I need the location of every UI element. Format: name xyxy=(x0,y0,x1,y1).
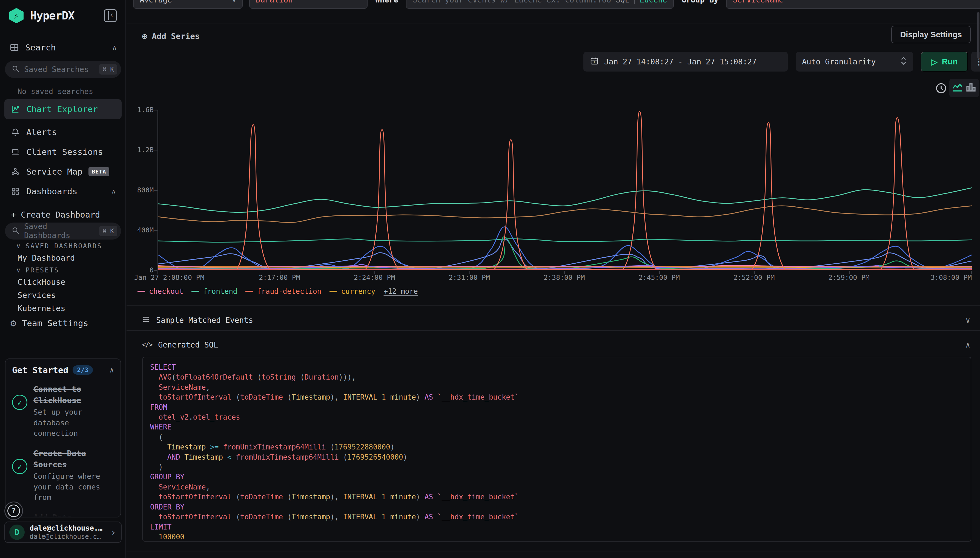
get-started-step[interactable]: ✓Create Data SourcesConfigure where your… xyxy=(5,441,121,505)
scrollbar-thumb[interactable] xyxy=(977,12,980,59)
step-title: Create Data Sources xyxy=(33,448,114,470)
legend-item-frontend[interactable]: frontend xyxy=(191,287,237,295)
time-series-chart[interactable] xyxy=(157,110,971,270)
chevron-updown-icon xyxy=(900,56,907,67)
sidebar-item-label: Alerts xyxy=(26,127,57,137)
generated-sql-code[interactable]: SELECT AVG(toFloat64OrDefault (toString … xyxy=(142,357,971,542)
series-other-blue-light xyxy=(158,239,972,269)
chevron-down-icon: ∨ xyxy=(16,242,21,250)
preset-clickhouse[interactable]: ClickHouse xyxy=(18,277,65,287)
clock-icon[interactable] xyxy=(935,82,947,94)
sidebar-item-label: Service Map xyxy=(26,167,82,177)
granularity-select[interactable]: Auto Granularity xyxy=(796,52,913,72)
saved-searches-input[interactable]: Saved Searches ⌘ K xyxy=(5,61,121,78)
y-axis-tick xyxy=(154,110,157,110)
sidebar-item-chart-explorer[interactable]: Chart Explorer xyxy=(4,99,122,119)
sql-line: Timestamp >= fromUnixTimestamp64Milli (1… xyxy=(150,442,964,452)
code-icon: </> xyxy=(142,341,152,349)
saved-searches-placeholder: Saved Searches xyxy=(24,65,95,74)
group-by-label: Group By xyxy=(681,0,720,9)
y-axis-tick xyxy=(154,230,157,231)
service-map-icon xyxy=(10,167,20,177)
sidebar-item-alerts[interactable]: Alerts xyxy=(4,122,122,142)
check-circle-icon: ✓ xyxy=(12,459,28,474)
chevron-up-icon: ∧ xyxy=(965,340,970,350)
series-other-blue xyxy=(158,227,972,269)
chevron-up-icon[interactable]: ∧ xyxy=(110,366,114,374)
plus-circle-icon: ⊕ xyxy=(142,31,147,42)
sidebar-item-label: Dashboards xyxy=(26,186,77,196)
sql-toggle[interactable]: SQL xyxy=(616,0,630,4)
date-range-picker[interactable]: 1 Jan 27 14:08:27 - Jan 27 15:08:27 xyxy=(583,52,788,72)
add-series-button[interactable]: ⊕ Add Series xyxy=(142,31,200,42)
line-chart-icon[interactable] xyxy=(951,81,963,95)
generated-sql-section[interactable]: </> Generated SQL ∧ xyxy=(142,335,970,354)
divider: | xyxy=(630,0,640,4)
preset-kubernetes[interactable]: Kubernetes xyxy=(18,304,65,313)
search-section-header[interactable]: Search ∧ xyxy=(9,41,117,54)
bar-chart-icon[interactable] xyxy=(965,81,977,95)
sample-matched-events-section[interactable]: Sample Matched Events ∨ xyxy=(142,310,970,330)
hyperdx-logo-icon[interactable]: ⚡ xyxy=(9,8,24,23)
divider xyxy=(126,551,980,551)
sql-line: 100000 xyxy=(150,532,964,542)
main-content: Average ∨ Duration Where Search your eve… xyxy=(126,0,980,558)
aggregation-select[interactable]: Average ∨ xyxy=(133,0,243,9)
saved-dashboards-section-header[interactable]: ∨ SAVED DASHBOARDS xyxy=(16,242,102,250)
user-name: dale@clickhouse.… xyxy=(29,524,102,533)
legend-item-checkout[interactable]: checkout xyxy=(137,287,183,295)
sql-line: AND Timestamp < fromUnixTimestamp64Milli… xyxy=(150,452,964,462)
display-settings-button[interactable]: Display Settings xyxy=(891,26,971,43)
presets-section-header[interactable]: ∨ PRESETS xyxy=(16,266,59,274)
generated-sql-label: Generated SQL xyxy=(158,340,218,350)
user-menu[interactable]: D dale@clickhouse.… dale@clickhouse.c… › xyxy=(4,522,122,543)
x-axis-tick-label: 2:31:00 PM xyxy=(449,274,490,281)
run-button[interactable]: ▷ Run xyxy=(921,52,968,72)
get-started-title: Get Started xyxy=(12,365,68,375)
legend-label: currency xyxy=(341,287,375,295)
legend-item-currency[interactable]: currency xyxy=(329,287,375,295)
sidebar-item-client-sessions[interactable]: Client Sessions xyxy=(4,142,122,162)
get-started-card: Get Started 2/3 ∧ ✓Connect to ClickHouse… xyxy=(5,358,121,517)
step-title: Connect to ClickHouse xyxy=(33,384,114,406)
chart-line-icon xyxy=(10,104,20,114)
preset-services[interactable]: Services xyxy=(18,290,56,300)
shortcut-badge: ⌘ K xyxy=(99,226,117,236)
sql-line: toStartOfInterval (toDateTime (Timestamp… xyxy=(150,512,964,522)
x-axis-tick-label: 2:17:00 PM xyxy=(259,274,300,281)
sql-line: ServiceName, xyxy=(150,382,964,392)
chevron-down-icon: ∨ xyxy=(232,0,236,3)
bell-icon xyxy=(10,127,20,137)
saved-dashboard-my-dashboard[interactable]: My Dashboard xyxy=(18,253,75,263)
lucene-toggle[interactable]: Lucene xyxy=(640,0,667,4)
y-axis-tick xyxy=(154,190,157,191)
team-settings-button[interactable]: ⚙ Team Settings xyxy=(10,317,88,328)
beta-badge: BETA xyxy=(88,167,109,176)
sql-line: toStartOfInterval (toDateTime (Timestamp… xyxy=(150,492,964,502)
chart-type-toggle xyxy=(949,79,979,97)
sidebar-item-dashboards[interactable]: Dashboards∧ xyxy=(4,181,122,201)
field-input[interactable]: Duration xyxy=(249,0,368,9)
search-events-input[interactable]: Search your events w/ Lucene ex: column:… xyxy=(406,0,674,9)
chart-legend: checkoutfrontendfraud-detectioncurrency+… xyxy=(137,287,418,295)
sql-line: WHERE xyxy=(150,422,964,432)
sidebar-item-service-map[interactable]: Service MapBETA xyxy=(4,162,122,181)
legend-item-fraud-detection[interactable]: fraud-detection xyxy=(245,287,321,295)
help-button[interactable]: ? xyxy=(4,502,23,520)
divider xyxy=(126,305,980,305)
saved-dashboards-input[interactable]: Saved Dashboards ⌘ K xyxy=(5,223,121,240)
laptop-icon xyxy=(10,147,20,157)
query-bar: Average ∨ Duration Where Search your eve… xyxy=(133,0,980,9)
saved-dashboards-placeholder: Saved Dashboards xyxy=(24,222,95,240)
sidebar-collapse-icon[interactable] xyxy=(104,9,117,22)
sample-matched-events-label: Sample Matched Events xyxy=(156,316,253,325)
x-axis-tick-label: 2:24:00 PM xyxy=(354,274,395,281)
create-dashboard-button[interactable]: + Create Dashboard xyxy=(11,210,100,220)
legend-more-link[interactable]: +12 more xyxy=(384,287,418,295)
legend-label: frontend xyxy=(203,287,237,295)
table-icon xyxy=(9,43,19,53)
get-started-step[interactable]: ✓Connect to ClickHouseSet up your databa… xyxy=(5,377,121,441)
group-by-input[interactable]: ServiceName xyxy=(726,0,980,9)
sql-line: FROM xyxy=(150,402,964,412)
chevron-up-icon[interactable]: ∧ xyxy=(112,43,117,51)
